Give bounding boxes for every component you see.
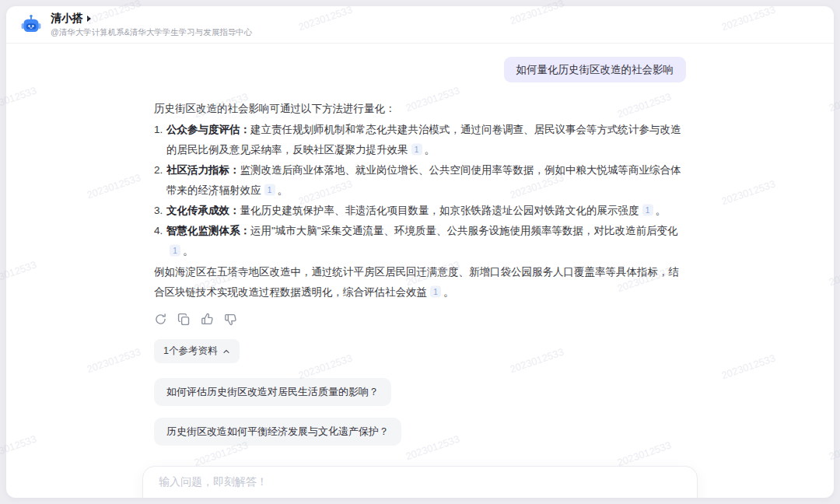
assistant-answer: 历史街区改造的社会影响可通过以下方法进行量化： 1.公众参与度评估：建立责任规划… [154, 99, 686, 303]
citation-badge[interactable]: 1 [170, 245, 180, 257]
item-text: 运用"城市大脑"采集交通流量、环境质量、公共服务设施使用频率等数据，对比改造前后… [250, 225, 678, 236]
chevron-up-icon [222, 348, 230, 355]
composer: 深度思考 R1 校园搜索 [142, 466, 698, 498]
item-label: 智慧化监测体系： [166, 225, 250, 236]
references-toggle-button[interactable]: 1个参考资料 [154, 339, 240, 363]
item-label: 社区活力指标： [166, 164, 240, 176]
item-number: 1. [154, 120, 163, 140]
item-text: 监测改造后商业体落地、就业岗位增长、公共空间使用率等数据，例如中粮大悦城等商业综… [166, 164, 681, 196]
message-actions [154, 313, 686, 326]
item-period: 。 [425, 144, 436, 156]
user-message-row: 如何量化历史街区改造的社会影响 [154, 57, 686, 82]
item-period: 。 [278, 184, 289, 196]
outro-period: 。 [443, 286, 454, 298]
answer-list-item: 4.智慧化监测体系：运用"城市大脑"采集交通流量、环境质量、公共服务设施使用频率… [154, 221, 686, 261]
item-number: 2. [154, 160, 163, 180]
suggested-questions: 如何评估历史街区改造对居民生活质量的影响？ 历史街区改造如何平衡经济发展与文化遗… [154, 378, 686, 446]
suggested-question[interactable]: 如何评估历史街区改造对居民生活质量的影响？ [154, 378, 391, 406]
answer-intro: 历史街区改造的社会影响可通过以下方法进行量化： [154, 99, 686, 119]
item-label: 文化传承成效： [166, 205, 240, 216]
references-toggle-row: 1个参考资料 [154, 326, 686, 363]
answer-outro: 例如海淀区在五塔寺地区改造中，通过统计平房区居民回迁满意度、新增口袋公园服务人口… [154, 262, 686, 303]
expand-caret-icon [87, 16, 91, 22]
item-period: 。 [656, 205, 667, 216]
header: 清小搭 @清华大学计算机系&清华大学学生学习与发展指导中心 [6, 6, 834, 44]
bot-name: 清小搭 [51, 12, 83, 26]
item-number: 4. [154, 221, 163, 241]
question-input[interactable] [159, 475, 681, 498]
item-period: 。 [183, 245, 194, 257]
chat-column: 如何量化历史街区改造的社会影响 历史街区改造的社会影响可通过以下方法进行量化： … [154, 57, 686, 446]
citation-badge[interactable]: 1 [264, 184, 275, 196]
regenerate-icon[interactable] [154, 313, 167, 326]
bot-subtitle: @清华大学计算机系&清华大学学生学习与发展指导中心 [51, 27, 252, 38]
answer-list-item: 3.文化传承成效：量化历史建筑保护率、非遗活化项目数量，如京张铁路遗址公园对铁路… [154, 201, 686, 221]
header-text: 清小搭 @清华大学计算机系&清华大学学生学习与发展指导中心 [51, 12, 252, 38]
copy-icon[interactable] [177, 313, 191, 326]
answer-list-item: 2.社区活力指标：监测改造后商业体落地、就业岗位增长、公共空间使用率等数据，例如… [154, 160, 686, 201]
citation-badge[interactable]: 1 [642, 205, 653, 216]
suggested-question[interactable]: 历史街区改造如何平衡经济发展与文化遗产保护？ [154, 418, 401, 446]
page: 清小搭 @清华大学计算机系&清华大学学生学习与发展指导中心 如何量化历史街区改造… [0, 0, 840, 504]
chat-window: 清小搭 @清华大学计算机系&清华大学学生学习与发展指导中心 如何量化历史街区改造… [6, 6, 834, 498]
item-text: 量化历史建筑保护率、非遗活化项目数量，如京张铁路遗址公园对铁路文化的展示强度 [240, 205, 639, 216]
outro-text: 例如海淀区在五塔寺地区改造中，通过统计平房区居民回迁满意度、新增口袋公园服务人口… [154, 266, 679, 298]
thumbs-down-icon[interactable] [224, 313, 237, 326]
user-message-bubble: 如何量化历史街区改造的社会影响 [504, 57, 687, 82]
citation-badge[interactable]: 1 [411, 144, 422, 156]
thumbs-up-icon[interactable] [201, 313, 214, 326]
item-label: 公众参与度评估： [166, 124, 250, 135]
references-toggle-label: 1个参考资料 [163, 345, 217, 358]
item-number: 3. [154, 201, 163, 221]
citation-badge[interactable]: 1 [430, 286, 441, 298]
answer-list-item: 1.公众参与度评估：建立责任规划师机制和常态化共建共治模式，通过问卷调查、居民议… [154, 120, 686, 160]
robot-avatar-icon [19, 13, 43, 37]
